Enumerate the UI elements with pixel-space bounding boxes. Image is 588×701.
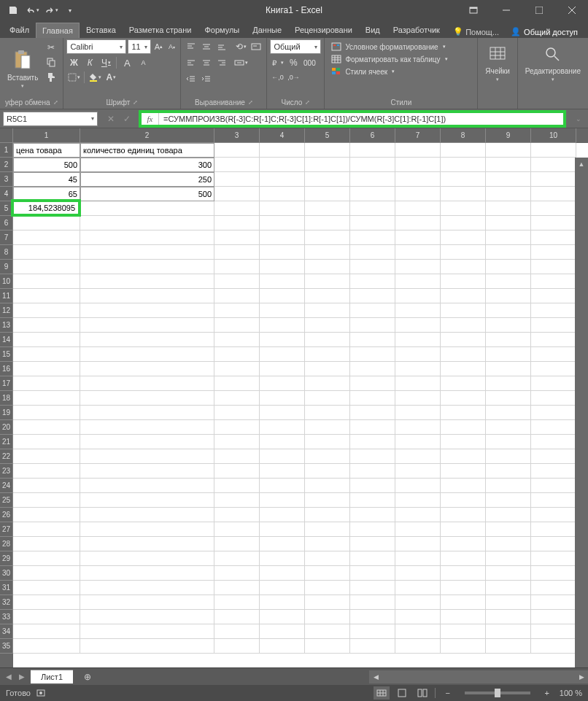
cell[interactable] [486,435,531,449]
close-button[interactable] [555,0,588,20]
row-header[interactable]: 34 [0,624,13,639]
cell[interactable] [305,172,350,187]
tab-home[interactable]: Главная [36,23,80,38]
row-header[interactable]: 33 [0,610,13,624]
cell[interactable] [531,260,576,274]
cell[interactable] [214,537,260,551]
number-launcher[interactable]: ⤢ [305,99,310,106]
cell[interactable] [80,231,214,245]
cell[interactable] [260,187,305,201]
cell[interactable] [350,391,395,406]
cell[interactable] [486,639,531,654]
row-header[interactable]: 23 [0,464,13,479]
cell[interactable] [441,260,486,274]
cell[interactable] [305,420,350,435]
column-header[interactable]: 1 [13,128,80,143]
cell[interactable] [350,420,395,435]
editing-button[interactable]: Редактирование ▾ [521,39,585,85]
cancel-formula-button[interactable]: ✕ [104,112,118,126]
cell[interactable] [305,610,350,624]
cell[interactable] [305,391,350,406]
scroll-up-button[interactable]: ▲ [575,158,588,171]
cell[interactable] [531,581,576,595]
sheet-nav-prev[interactable]: ◀ [3,670,15,683]
comma-button[interactable]: 000 [302,55,317,70]
cell[interactable] [441,274,486,289]
cell[interactable] [80,201,214,216]
cell[interactable] [305,260,350,274]
cell[interactable] [441,493,486,508]
copy-button[interactable] [44,55,58,69]
row-header[interactable]: 20 [0,420,13,435]
cell[interactable] [486,231,531,245]
increase-indent-button[interactable] [199,71,214,86]
cell[interactable] [441,464,486,479]
cell[interactable] [80,493,214,508]
sheet-nav-next[interactable]: ▶ [16,670,28,683]
row-header[interactable]: 21 [0,435,13,449]
cell[interactable] [350,231,395,245]
cell[interactable] [531,158,576,172]
cell[interactable] [260,333,305,347]
cell[interactable] [214,508,260,522]
cell[interactable] [260,274,305,289]
cell[interactable] [80,639,214,654]
cell[interactable] [305,376,350,391]
cell[interactable] [350,187,395,201]
cell-styles-button[interactable]: Стили ячеек▾ [329,66,473,77]
cell[interactable] [13,479,80,493]
cell[interactable] [350,551,395,566]
cell[interactable] [305,537,350,551]
redo-button[interactable]: ▾ [42,1,60,19]
cell[interactable] [214,406,260,420]
cell[interactable] [80,260,214,274]
cell[interactable] [531,201,576,216]
cell[interactable] [80,406,214,420]
ribbon-display-options[interactable] [457,0,490,20]
cell[interactable] [350,537,395,551]
cell[interactable] [13,610,80,624]
align-bottom-button[interactable] [214,39,229,54]
cell[interactable] [260,624,305,639]
cell[interactable] [214,493,260,508]
cell[interactable] [486,143,531,158]
cell[interactable] [395,391,441,406]
column-header[interactable]: 4 [260,128,305,143]
cell[interactable] [260,289,305,303]
column-header[interactable]: 2 [80,128,214,143]
zoom-slider[interactable] [465,692,530,694]
column-header[interactable]: 5 [305,128,350,143]
align-left-button[interactable] [184,55,198,70]
cell[interactable] [441,231,486,245]
font-size-smaller-icon[interactable]: A [136,55,150,70]
cell[interactable] [80,333,214,347]
cell[interactable] [441,624,486,639]
cell[interactable] [395,595,441,610]
data-cell[interactable]: 500 [80,187,214,201]
cell[interactable] [214,187,260,201]
cell[interactable] [260,522,305,537]
cell[interactable] [214,158,260,172]
cell[interactable] [531,595,576,610]
cell[interactable] [441,435,486,449]
cell[interactable] [486,551,531,566]
cell[interactable] [350,581,395,595]
zoom-out-button[interactable]: − [440,686,456,700]
cell[interactable] [395,624,441,639]
select-all-corner[interactable] [0,128,13,143]
cell[interactable] [350,216,395,231]
cell[interactable] [80,522,214,537]
cell[interactable] [531,274,576,289]
cell[interactable] [214,581,260,595]
cell[interactable] [260,143,305,158]
cell[interactable] [260,245,305,260]
cell[interactable] [531,537,576,551]
cell[interactable] [350,610,395,624]
cell[interactable] [260,303,305,318]
row-header[interactable]: 6 [0,216,13,231]
cell[interactable] [395,449,441,464]
cell[interactable] [531,231,576,245]
data-cell[interactable]: 65 [13,187,80,201]
cell[interactable] [486,362,531,376]
cell[interactable] [395,216,441,231]
